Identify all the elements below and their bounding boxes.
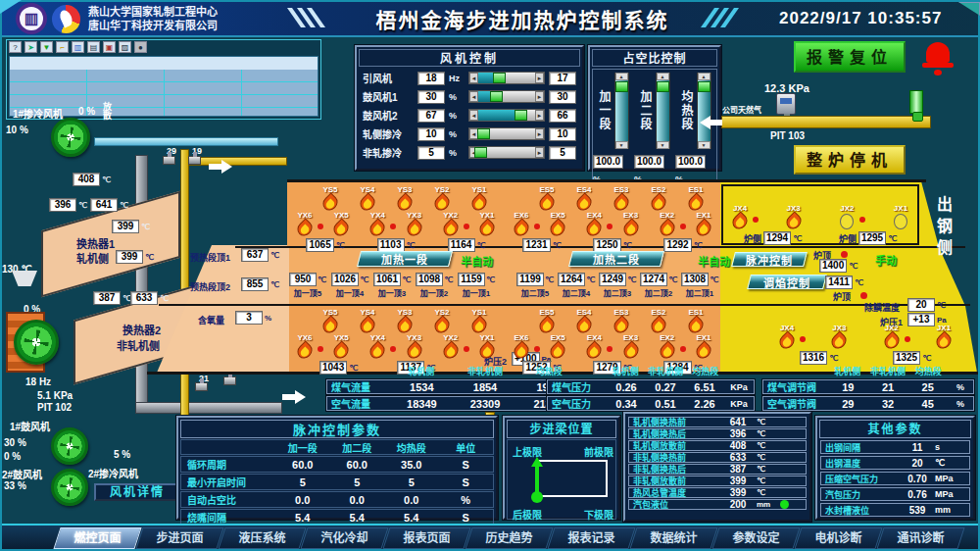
slider-down-button[interactable] [698, 141, 710, 149]
duty-value-box[interactable]: 100.0 [634, 155, 664, 169]
temp-396: 396℃ [49, 198, 87, 212]
lock-icon[interactable]: ● [134, 41, 147, 53]
slider-right-button[interactable] [535, 147, 544, 158]
slider-right-button[interactable] [535, 91, 544, 102]
nav-tab[interactable]: 历史趋势 [465, 527, 553, 549]
slider-thumb[interactable] [514, 110, 527, 121]
fan-setpoint-box[interactable]: 10 [417, 127, 445, 141]
duty-thumb[interactable] [615, 81, 628, 92]
report-icon[interactable]: ▤ [87, 41, 100, 53]
key-icon[interactable]: ⌐ [56, 41, 69, 53]
duty-slider[interactable] [697, 73, 711, 149]
nav-tab[interactable]: 报表页面 [382, 527, 470, 549]
slider-right-button[interactable] [535, 73, 544, 83]
slider-down-button[interactable] [657, 141, 669, 149]
flame-icon [370, 343, 384, 359]
zone2-banner[interactable]: 加热二段 [568, 251, 664, 267]
zone1-banner[interactable]: 加热一段 [357, 251, 453, 267]
download-icon[interactable]: ▼ [40, 41, 53, 53]
nav-tab[interactable]: 步进页面 [135, 527, 223, 549]
nav-tab[interactable]: 参数设定 [711, 527, 800, 549]
slider-right-button[interactable] [535, 110, 544, 121]
slider-thumb[interactable] [493, 73, 506, 83]
roof-temp: 1026℃加一顶4 [330, 273, 369, 298]
flame-icon [514, 343, 528, 359]
slider-thumb[interactable] [490, 91, 503, 102]
duty-slider[interactable] [614, 73, 629, 149]
fan-label: 非轧掺冷 [363, 145, 414, 160]
slider-left-button[interactable] [469, 73, 478, 83]
gas-branch-top [189, 157, 287, 166]
hx2-side: 非轧机侧 [117, 337, 160, 353]
slider-up-button[interactable] [615, 73, 628, 80]
university-logo [16, 3, 47, 34]
table-row: 煤气压力 0.260.276.51 KPa [547, 379, 755, 394]
nav-tab[interactable]: 液压系统 [218, 527, 306, 549]
pulse-control-button[interactable]: 脉冲控制 [731, 252, 808, 267]
fan-slider[interactable] [468, 127, 545, 140]
valve-icon [163, 156, 175, 165]
burner-cell: ES2 [644, 185, 673, 211]
nav-tab[interactable]: 电机诊断 [794, 527, 882, 549]
fan-slider[interactable] [468, 146, 545, 159]
slider-up-button[interactable] [657, 73, 669, 80]
slider-left-button[interactable] [469, 110, 478, 121]
side-temp: 炉侧1295℃ [839, 231, 897, 245]
slider-down-button[interactable] [615, 141, 628, 149]
burner-cell: EX4 [579, 333, 609, 359]
slider-thumb[interactable] [474, 147, 487, 158]
print-icon[interactable]: ▨ [119, 41, 131, 53]
flame-icon [444, 343, 458, 359]
slider-left-button[interactable] [469, 91, 478, 102]
fan-control-panel: 风机控制 引风机 18 Hz 17 鼓风机1 [355, 45, 584, 171]
duty-thumb[interactable] [657, 81, 669, 92]
duty-value-box[interactable]: 100.0 [675, 155, 706, 169]
flame-icon [472, 195, 486, 211]
window-icon[interactable]: ▣ [103, 41, 116, 53]
header-bar: 燕山大学国家轧制工程中心 唐山华丁科技开发有限公司 梧州金海步进加热炉控制系统 … [0, 0, 980, 37]
help-icon[interactable]: ? [9, 41, 22, 53]
furnace-stop-button[interactable]: 整炉停机 [794, 145, 906, 175]
flame-icon [323, 318, 337, 333]
fan-detail-button[interactable]: 风机详情 [94, 483, 180, 501]
duty-title: 占空比控制 [592, 49, 717, 67]
slider-right-button[interactable] [535, 128, 544, 139]
send-icon[interactable]: ➤ [24, 41, 37, 53]
preheat2-temp: 855℃ [241, 277, 279, 291]
fan-setpoint-box[interactable]: 18 [417, 72, 445, 85]
fan-slider[interactable] [468, 72, 545, 84]
duty-value-box[interactable]: 100.0 [593, 155, 623, 169]
nav-tab[interactable]: 燃控页面 [53, 527, 141, 549]
flame-adjust-button[interactable]: 调焰控制 [747, 275, 827, 289]
duty-slider[interactable] [656, 73, 670, 149]
flame-icon [398, 318, 412, 333]
flame-icon [697, 343, 710, 359]
preheat1-temp: 637℃ [241, 248, 279, 262]
slider-thumb[interactable] [477, 128, 490, 139]
toolbar: ?➤▼⌐▥▤▣▨● [7, 40, 320, 54]
fan-slider[interactable] [468, 90, 545, 103]
fan-row: 轧侧掺冷 10 % 10 [357, 125, 582, 143]
fan-setpoint-box[interactable]: 67 [417, 109, 445, 123]
alarm-reset-button[interactable]: 报警复位 [794, 41, 906, 73]
fan-setpoint-box[interactable]: 5 [417, 146, 445, 160]
flame-icon [334, 343, 348, 359]
nav-tab[interactable]: 数据统计 [629, 527, 717, 549]
chart-icon[interactable]: ▥ [72, 41, 84, 53]
fan-slider[interactable] [468, 109, 545, 122]
fan-unit: % [449, 111, 465, 121]
nav-tab[interactable]: 报表记录 [547, 527, 635, 549]
flame-icon [780, 333, 794, 349]
temperature-list-panel: 轧机侧换热前641℃ 轧机侧换热后396℃ 轧机侧放散前408℃ 非轧侧换热前6… [623, 412, 811, 522]
company-logo [52, 5, 80, 33]
nav-tab[interactable]: 通讯诊断 [876, 527, 964, 549]
burner-cell: EX6 [507, 333, 536, 359]
fan-setpoint-box[interactable]: 30 [417, 90, 445, 104]
nav-tab[interactable]: 汽化冷却 [300, 527, 388, 549]
slider-up-button[interactable] [698, 73, 710, 80]
pulse-params-header: 加一段加二段均热段单位 [180, 439, 494, 455]
flame-icon [551, 343, 564, 359]
flame-icon [587, 343, 601, 359]
hx2-name: 换热器2 [122, 322, 161, 337]
duty-thumb[interactable] [698, 81, 710, 92]
